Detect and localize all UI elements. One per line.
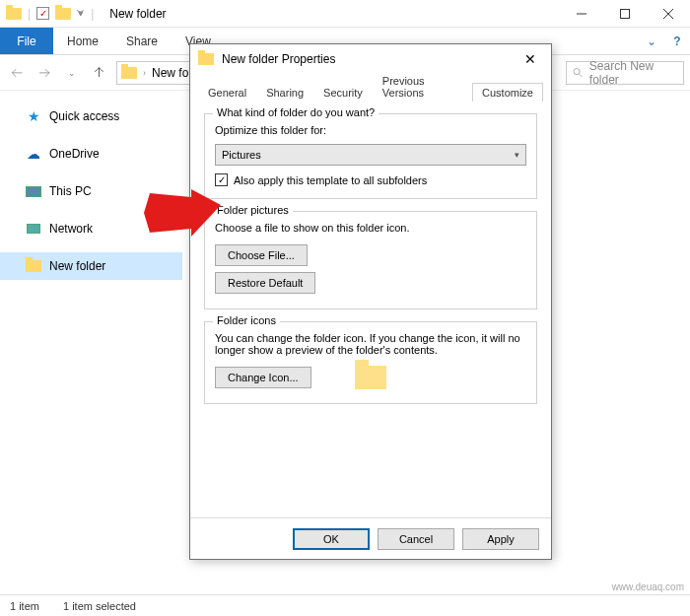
qat-chevron-icon[interactable]: ⮟ [77, 9, 85, 18]
group-folder-pictures: Folder pictures Choose a file to show on… [204, 211, 537, 309]
svg-rect-1 [621, 9, 630, 18]
svg-line-5 [580, 74, 583, 77]
ok-button[interactable]: OK [293, 528, 370, 550]
tab-home[interactable]: Home [53, 28, 112, 54]
watermark: www.deuaq.com [612, 582, 684, 592]
dialog-titlebar: New folder Properties ✕ [190, 44, 551, 74]
dialog-title: New folder Properties [222, 52, 518, 66]
apply-button[interactable]: Apply [462, 528, 539, 550]
change-icon-button[interactable]: Change Icon... [215, 367, 311, 388]
folder-icon [198, 53, 214, 65]
svg-point-4 [574, 68, 580, 74]
sidebar-item-label: Network [49, 222, 93, 236]
tab-share[interactable]: Share [112, 28, 172, 54]
group-legend: What kind of folder do you want? [213, 106, 379, 118]
sidebar-item-new-folder[interactable]: New folder [0, 252, 182, 280]
annotation-arrow-icon [144, 189, 223, 239]
sidebar-item-label: OneDrive [49, 147, 100, 161]
group-folder-icons: Folder icons You can change the folder i… [204, 321, 537, 404]
window-controls [560, 0, 690, 28]
folder-pictures-desc: Choose a file to show on this folder ico… [215, 222, 526, 234]
dialog-tabs: General Sharing Security Previous Versio… [190, 78, 551, 102]
cancel-button[interactable]: Cancel [378, 528, 454, 550]
sidebar-item-label: This PC [49, 184, 92, 198]
sidebar-item-onedrive[interactable]: ☁ OneDrive [0, 140, 182, 168]
window-titlebar: | ✓ ⮟ | New folder [0, 0, 690, 28]
folder-icons-desc: You can change the folder icon. If you c… [215, 332, 526, 356]
sidebar-item-label: New folder [49, 259, 105, 273]
network-icon [26, 221, 41, 237]
window-title: New folder [100, 7, 560, 21]
nav-pane: ★ Quick access ☁ OneDrive This PC Networ… [0, 91, 182, 588]
select-value: Pictures [222, 149, 261, 161]
minimize-button[interactable] [560, 0, 603, 28]
apply-subfolders-checkbox[interactable]: ✓ [215, 173, 228, 186]
breadcrumb[interactable]: New fo [152, 66, 188, 80]
status-item-count: 1 item [10, 600, 39, 612]
sidebar-item-quick-access[interactable]: ★ Quick access [0, 103, 182, 130]
qat-divider: | [91, 7, 94, 21]
status-bar: 1 item 1 item selected [0, 594, 690, 616]
ribbon-collapse-icon[interactable]: ⌄ [639, 28, 664, 54]
svg-marker-6 [144, 189, 221, 237]
optimize-select[interactable]: Pictures ▾ [215, 144, 526, 166]
help-icon[interactable]: ? [664, 28, 690, 54]
folder-icon [6, 8, 22, 20]
folder-icon [121, 67, 137, 79]
qat-divider: | [28, 7, 31, 21]
search-input[interactable]: Search New folder [566, 61, 684, 85]
quick-access-toolbar: | ✓ ⮟ | [0, 7, 100, 21]
chevron-down-icon: ▾ [515, 150, 519, 160]
dialog-body: What kind of folder do you want? Optimiz… [190, 102, 551, 517]
group-folder-kind: What kind of folder do you want? Optimiz… [204, 113, 537, 199]
dialog-button-row: OK Cancel Apply [190, 517, 551, 559]
tab-previous-versions[interactable]: Previous Versions [373, 71, 472, 102]
choose-file-button[interactable]: Choose File... [215, 244, 308, 266]
checkbox-icon[interactable]: ✓ [36, 7, 49, 20]
breadcrumb-sep-icon[interactable]: › [143, 68, 146, 78]
recent-locations-icon[interactable]: ⌄ [61, 62, 83, 84]
tab-sharing[interactable]: Sharing [256, 83, 313, 102]
star-icon: ★ [26, 108, 41, 124]
group-legend: Folder pictures [213, 204, 293, 216]
tab-customize[interactable]: Customize [472, 83, 543, 102]
apply-subfolders-label: Also apply this template to all subfolde… [234, 174, 427, 186]
folder-icon [55, 8, 71, 20]
folder-preview-icon [355, 366, 386, 389]
apply-subfolders-row: ✓ Also apply this template to all subfol… [215, 173, 526, 186]
properties-dialog: New folder Properties ✕ General Sharing … [189, 43, 552, 560]
search-icon [573, 67, 584, 79]
close-button[interactable] [647, 0, 690, 28]
group-legend: Folder icons [213, 314, 280, 326]
sidebar-item-label: Quick access [49, 109, 119, 123]
file-tab[interactable]: File [0, 28, 53, 54]
cloud-icon: ☁ [26, 146, 41, 162]
dialog-close-button[interactable]: ✕ [518, 51, 543, 67]
maximize-button[interactable] [603, 0, 647, 28]
restore-default-button[interactable]: Restore Default [215, 272, 315, 294]
tab-general[interactable]: General [198, 83, 256, 102]
optimize-label: Optimize this folder for: [215, 124, 526, 136]
search-placeholder: Search New folder [589, 59, 677, 87]
pc-icon [26, 183, 41, 199]
status-selected-count: 1 item selected [63, 600, 136, 612]
tab-security[interactable]: Security [313, 83, 373, 102]
up-button[interactable]: 🡡 [89, 62, 110, 84]
back-button[interactable]: 🡠 [6, 62, 28, 84]
forward-button[interactable]: 🡢 [34, 62, 55, 84]
folder-icon [26, 258, 41, 274]
